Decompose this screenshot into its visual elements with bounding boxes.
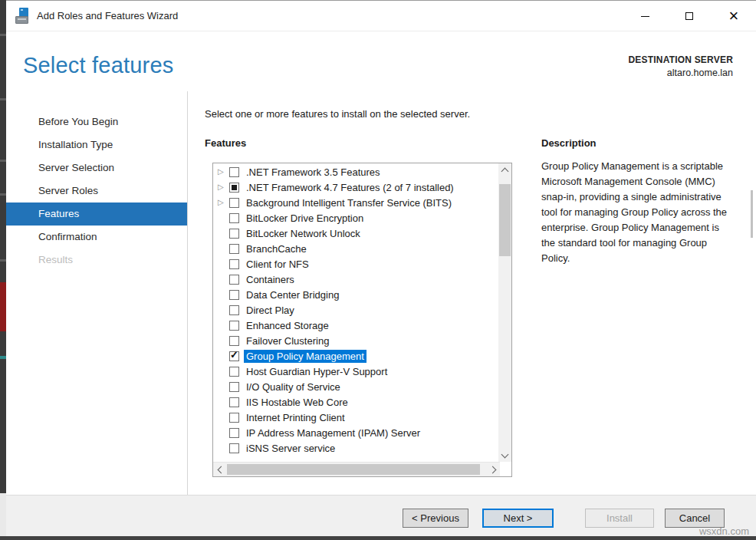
feature-checkbox[interactable] [229, 397, 239, 407]
watermark-text: wsxdn.com [699, 525, 749, 537]
background-window-sliver [0, 0, 6, 540]
features-rows: ▷ .NET Framework 3.5 Features ▷ .NET Fra… [213, 164, 498, 462]
instruction-text: Select one or more features to install o… [205, 108, 470, 120]
feature-row[interactable]: ▷ Enhanced Storage [213, 318, 498, 333]
chevron-left-icon [217, 466, 225, 474]
horizontal-scrollbar[interactable] [213, 462, 500, 476]
feature-label: Host Guardian Hyper-V Support [246, 366, 387, 377]
install-button[interactable]: Install [585, 509, 654, 528]
feature-checkbox[interactable] [229, 290, 239, 300]
feature-row[interactable]: ▷ IP Address Management (IPAM) Server [213, 425, 498, 440]
titlebar: Add Roles and Features Wizard × [6, 1, 756, 31]
sidebar-item-label: Server Selection [38, 162, 114, 173]
feature-checkbox[interactable] [229, 275, 239, 285]
feature-checkbox[interactable] [229, 321, 239, 331]
feature-checkbox[interactable] [229, 351, 239, 361]
feature-row[interactable]: ▷ Data Center Bridging [213, 287, 498, 302]
feature-row[interactable]: ▷ Direct Play [213, 302, 498, 318]
next-button[interactable]: Next > [482, 509, 554, 528]
feature-label: Internet Printing Client [246, 412, 345, 423]
feature-row[interactable]: ▷ Background Intelligent Transfer Servic… [213, 195, 498, 210]
feature-row[interactable]: ▷ Client for NFS [213, 256, 498, 272]
feature-checkbox[interactable] [229, 382, 239, 392]
strip-tick [0, 259, 6, 262]
vertical-scrollbar[interactable] [498, 163, 511, 462]
chevron-down-icon [501, 450, 509, 458]
scroll-up-button[interactable] [498, 163, 511, 176]
feature-checkbox[interactable] [229, 413, 239, 423]
feature-row[interactable]: ▷ IIS Hostable Web Core [213, 394, 498, 410]
feature-checkbox[interactable] [229, 305, 239, 315]
feature-row[interactable]: ▷ Failover Clustering [213, 333, 498, 348]
feature-row[interactable]: ▷ Host Guardian Hyper-V Support [213, 364, 498, 379]
description-text: Group Policy Management is a scriptable … [541, 159, 731, 266]
feature-checkbox[interactable] [229, 428, 239, 438]
feature-label: Containers [246, 274, 294, 285]
feature-label: Client for NFS [246, 258, 309, 270]
feature-label: iSNS Server service [246, 443, 335, 454]
close-button[interactable]: × [712, 1, 756, 31]
scroll-right-button[interactable] [487, 463, 500, 477]
previous-button[interactable]: < Previous [403, 509, 468, 528]
feature-checkbox[interactable] [229, 259, 239, 269]
expander-icon[interactable]: ▷ [218, 179, 229, 195]
feature-row[interactable]: ▷ Group Policy Management [213, 348, 498, 364]
sidebar-item-label: Server Roles [38, 185, 98, 196]
feature-label: Data Center Bridging [246, 289, 339, 301]
feature-label: Direct Play [246, 305, 294, 316]
scroll-down-button[interactable] [498, 449, 511, 462]
feature-checkbox[interactable] [229, 229, 239, 239]
feature-row[interactable]: ▷ BranchCache [213, 241, 498, 256]
feature-label: .NET Framework 3.5 Features [246, 166, 380, 178]
feature-checkbox[interactable] [229, 244, 239, 254]
feature-row[interactable]: ▷ Internet Printing Client [213, 410, 498, 425]
feature-label: Group Policy Management [244, 350, 366, 363]
sidebar-item-label: Confirmation [38, 231, 97, 242]
maximize-button[interactable] [667, 1, 712, 31]
sidebar-item[interactable]: Features [6, 202, 187, 226]
feature-row[interactable]: ▷ I/O Quality of Service [213, 379, 498, 394]
feature-label: IIS Hostable Web Core [246, 397, 348, 408]
feature-checkbox[interactable] [229, 367, 239, 377]
description-scroll-thumb[interactable] [751, 190, 753, 238]
screenshot-root: Add Roles and Features Wizard × Select f… [0, 0, 756, 540]
feature-row[interactable]: ▷ .NET Framework 4.7 Features (2 of 7 in… [213, 179, 498, 195]
feature-checkbox[interactable] [229, 183, 239, 193]
feature-row[interactable]: ▷ .NET Framework 3.5 Features [213, 164, 498, 179]
sidebar-item[interactable]: Server Selection [6, 156, 187, 179]
footer-bar: < Previous Next > Install Cancel wsxdn.c… [6, 495, 756, 538]
expander-icon[interactable]: ▷ [218, 195, 229, 210]
feature-row[interactable]: ▷ iSNS Server service [213, 440, 498, 456]
sidebar-item[interactable]: Server Roles [6, 179, 187, 202]
feature-row[interactable]: ▷ BitLocker Network Unlock [213, 226, 498, 241]
window-controls: × [623, 1, 756, 31]
features-list-label: Features [205, 137, 246, 149]
expander-icon[interactable]: ▷ [218, 164, 229, 179]
horizontal-scroll-thumb[interactable] [227, 464, 480, 475]
minimize-icon [641, 16, 649, 17]
sidebar-item[interactable]: Results [6, 249, 187, 272]
feature-checkbox[interactable] [229, 198, 239, 208]
scroll-left-button[interactable] [213, 463, 226, 477]
sidebar-item[interactable]: Confirmation [6, 226, 187, 249]
wizard-nav: Before You Begin Installation Type Serve… [6, 110, 187, 272]
feature-checkbox[interactable] [229, 336, 239, 346]
sidebar-item[interactable]: Before You Begin [6, 110, 187, 133]
sidebar-divider [187, 91, 188, 495]
feature-checkbox[interactable] [229, 167, 239, 177]
minimize-button[interactable] [623, 1, 667, 31]
feature-checkbox[interactable] [229, 213, 239, 223]
sidebar-item-label: Installation Type [38, 139, 113, 150]
vertical-scroll-thumb[interactable] [499, 184, 511, 256]
feature-checkbox[interactable] [229, 443, 239, 453]
server-manager-icon [15, 8, 34, 25]
chevron-up-icon [501, 167, 509, 175]
description-title: Description [541, 137, 597, 149]
sidebar-item-label: Results [38, 254, 73, 265]
feature-row[interactable]: ▷ BitLocker Drive Encryption [213, 210, 498, 226]
strip-bottom-segment [0, 493, 6, 537]
feature-row[interactable]: ▷ Containers [213, 272, 498, 287]
destination-server-block: DESTINATION SERVER altaro.home.lan [628, 54, 733, 78]
sidebar-item[interactable]: Installation Type [6, 133, 187, 156]
wizard-window: Add Roles and Features Wizard × Select f… [6, 0, 756, 540]
